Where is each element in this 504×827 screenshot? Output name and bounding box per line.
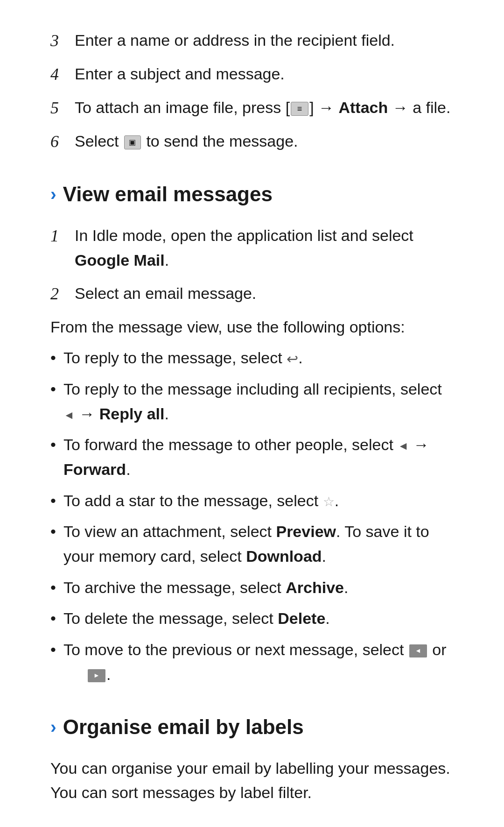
bullet: • <box>50 488 63 513</box>
view-step-2: 2 Select an email message. <box>50 281 454 306</box>
step-text: Enter a name or address in the recipient… <box>75 28 454 53</box>
step-text: Select ▣ to send the message. <box>75 129 454 154</box>
list-item: • To move to the previous or next messag… <box>50 637 454 686</box>
options-list: • To reply to the message, select ↩. • T… <box>50 346 454 686</box>
step-4: 4 Enter a subject and message. <box>50 62 454 87</box>
bullet-text: To archive the message, select Archive. <box>63 575 454 600</box>
bullet: • <box>50 575 63 600</box>
bullet-text: To view an attachment, select Preview. T… <box>63 519 454 568</box>
step-6: 6 Select ▣ to send the message. <box>50 129 454 154</box>
section-organise-heading: › Organise email by labels <box>50 711 454 743</box>
list-item: • To view an attachment, select Preview.… <box>50 519 454 568</box>
list-item: • To forward the message to other people… <box>50 432 454 481</box>
star-icon: ☆ <box>323 495 335 509</box>
bullet: • <box>50 346 63 370</box>
next-icon: ► <box>88 669 105 682</box>
step-text: Select an email message. <box>75 281 454 306</box>
prev-icon: ◄ <box>409 644 427 657</box>
list-item: • To reply to the message including all … <box>50 377 454 426</box>
section-view-heading: › View email messages <box>50 178 454 210</box>
step-number: 2 <box>50 281 75 306</box>
chevron-icon: › <box>50 718 56 736</box>
bullet: • <box>50 432 63 457</box>
list-item: • To add a star to the message, select ☆… <box>50 488 454 513</box>
step-number: 6 <box>50 129 75 154</box>
step-number: 4 <box>50 62 75 87</box>
step-text: In Idle mode, open the application list … <box>75 223 454 272</box>
bullet-text: To add a star to the message, select ☆. <box>63 488 454 513</box>
step-3: 3 Enter a name or address in the recipie… <box>50 28 454 53</box>
bullet-text: To move to the previous or next message,… <box>63 637 454 686</box>
bullet: • <box>50 637 63 662</box>
list-item: • To reply to the message, select ↩. <box>50 346 454 370</box>
step-text: Enter a subject and message. <box>75 62 454 86</box>
step-number: 1 <box>50 223 75 248</box>
bullet: • <box>50 519 63 544</box>
section-title: Organise email by labels <box>63 711 304 743</box>
bullet-text: To forward the message to other people, … <box>63 432 454 481</box>
step-text: To attach an image file, press [≡] → Att… <box>75 95 454 120</box>
section-title: View email messages <box>63 178 273 210</box>
list-item: • To archive the message, select Archive… <box>50 575 454 600</box>
bullet-text: To reply to the message, select ↩. <box>63 346 454 370</box>
reply-all-icon: ◄ <box>63 409 75 421</box>
send-icon: ▣ <box>124 135 141 149</box>
step-5: 5 To attach an image file, press [≡] → A… <box>50 95 454 120</box>
bullet: • <box>50 606 63 631</box>
bullet: • <box>50 377 63 402</box>
view-step-1: 1 In Idle mode, open the application lis… <box>50 223 454 272</box>
menu-icon: ≡ <box>291 102 308 116</box>
bullet-text: To delete the message, select Delete. <box>63 606 454 631</box>
chevron-icon: › <box>50 185 56 203</box>
forward-icon: ◄ <box>398 440 409 452</box>
bullet-text: To reply to the message including all re… <box>63 377 454 426</box>
from-text: From the message view, use the following… <box>50 315 454 339</box>
step-number: 3 <box>50 28 75 53</box>
step-number: 5 <box>50 95 75 120</box>
reply-icon: ↩ <box>287 351 298 367</box>
organise-description: You can organise your email by labelling… <box>50 756 454 805</box>
list-item: • To delete the message, select Delete. <box>50 606 454 631</box>
